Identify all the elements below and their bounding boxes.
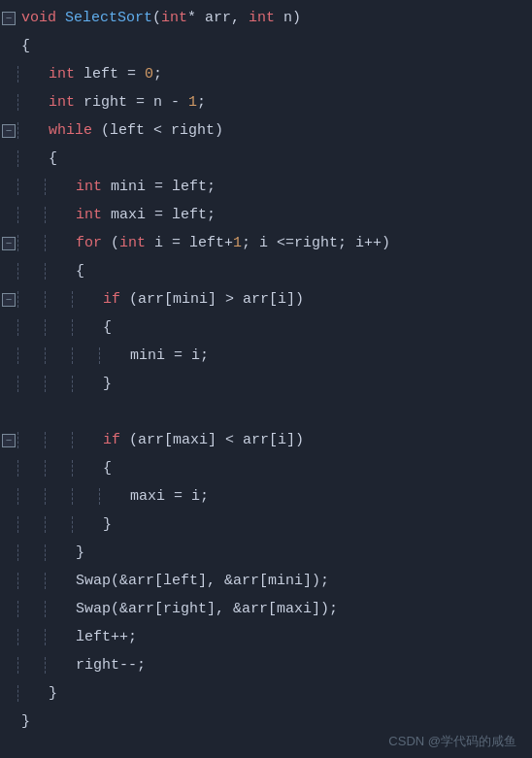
code-line: mini = i; [0, 342, 532, 370]
code-line: } [0, 370, 532, 398]
fold-minus-icon[interactable]: − [2, 434, 16, 447]
token [56, 10, 65, 26]
code-text: left++; [72, 629, 137, 645]
token: < [225, 432, 234, 448]
code-text: { [17, 38, 30, 54]
token: 1 [188, 94, 197, 111]
code-text: if (arr[maxi] < arr[i]) [99, 432, 304, 448]
code-line: −for (int i = left+1; i <=right; i++) [0, 229, 532, 257]
fold-gutter: − [0, 293, 17, 307]
code-line: } [0, 539, 532, 567]
token: ; [153, 66, 162, 82]
token: arr[i]) [234, 432, 304, 448]
token: * arr, [187, 10, 249, 26]
token: { [103, 460, 112, 477]
code-line: { [0, 32, 532, 60]
code-text: int mini = left; [72, 179, 216, 195]
token: } [103, 516, 112, 533]
code-line: −while (left < right) [0, 116, 532, 145]
token: SelectSort [65, 10, 152, 26]
code-text: for (int i = left+1; i <=right; i++) [72, 235, 390, 251]
code-line: { [0, 313, 532, 342]
fold-gutter: − [0, 124, 17, 138]
token: < [153, 122, 162, 139]
code-line: } [0, 708, 532, 736]
fold-minus-icon[interactable]: − [2, 12, 16, 25]
fold-gutter: − [0, 434, 17, 447]
code-line: } [0, 679, 532, 708]
token: int [49, 94, 75, 111]
code-text: right--; [72, 657, 146, 674]
fold-gutter: − [0, 237, 17, 250]
code-line: int left = 0; [0, 60, 532, 88]
code-text: Swap(&arr[right], &arr[maxi]); [72, 601, 338, 617]
code-line: } [0, 511, 532, 539]
watermark: CSDN @学代码的咸鱼 [388, 733, 516, 750]
code-line: right--; [0, 651, 532, 679]
token: if [103, 291, 120, 308]
token: { [49, 150, 57, 167]
token: n) [275, 10, 301, 26]
code-text: } [72, 544, 84, 561]
token: ; [197, 94, 206, 111]
token: right--; [76, 657, 146, 674]
fold-minus-icon[interactable]: − [2, 237, 16, 250]
token: 0 [145, 66, 153, 82]
token: mini = i; [130, 347, 209, 364]
code-container: −void SelectSort(int* arr, int n){int le… [0, 0, 532, 758]
token [180, 94, 188, 111]
code-line: left++; [0, 623, 532, 651]
code-text: while (left < right) [45, 122, 223, 139]
token: while [49, 122, 92, 139]
token: { [21, 38, 30, 54]
token: int [76, 207, 102, 223]
fold-minus-icon[interactable]: − [2, 293, 16, 307]
code-text: } [99, 516, 112, 533]
token: left = [75, 66, 145, 82]
token: maxi = left; [102, 207, 216, 223]
code-line: −void SelectSort(int* arr, int n) [0, 4, 532, 32]
code-text: { [45, 150, 57, 167]
token: ( [152, 10, 161, 26]
code-line: int mini = left; [0, 173, 532, 201]
token: int [49, 66, 75, 82]
code-line: { [0, 454, 532, 482]
code-text: mini = i; [126, 347, 209, 364]
token: { [103, 319, 112, 336]
token: ; i <=right; i++) [242, 235, 390, 251]
code-text: Swap(&arr[left], &arr[mini]); [72, 573, 329, 589]
token: } [49, 685, 57, 702]
token: } [103, 376, 112, 392]
fold-minus-icon[interactable]: − [2, 124, 16, 138]
token: 1 [233, 235, 242, 251]
code-text: { [99, 319, 112, 336]
token: } [21, 713, 30, 730]
token: i = left+ [146, 235, 233, 251]
token: left++; [76, 629, 137, 645]
code-text: } [17, 713, 30, 730]
code-line: { [0, 257, 532, 285]
code-text: maxi = i; [126, 488, 209, 505]
token: { [76, 263, 84, 280]
token: } [76, 544, 84, 561]
fold-gutter: − [0, 12, 17, 25]
code-line: Swap(&arr[left], &arr[mini]); [0, 567, 532, 595]
code-text: } [45, 685, 57, 702]
code-line: −if (arr[maxi] < arr[i]) [0, 426, 532, 454]
code-text: int maxi = left; [72, 207, 216, 223]
token: > [225, 291, 234, 308]
token: maxi = i; [130, 488, 209, 505]
token: arr[i]) [234, 291, 304, 308]
code-text: { [99, 460, 112, 477]
token: ( [102, 235, 119, 251]
token: (arr[mini] [120, 291, 225, 308]
token: (left [92, 122, 153, 139]
token: Swap(&arr[left], &arr[mini]); [76, 573, 329, 589]
token: Swap(&arr[right], &arr[maxi]); [76, 601, 338, 617]
code-text: int left = 0; [45, 66, 162, 82]
token: - [171, 94, 180, 111]
code-line: int right = n - 1; [0, 88, 532, 116]
code-line [0, 398, 532, 426]
code-text: if (arr[mini] > arr[i]) [99, 291, 304, 308]
token: int [249, 10, 275, 26]
